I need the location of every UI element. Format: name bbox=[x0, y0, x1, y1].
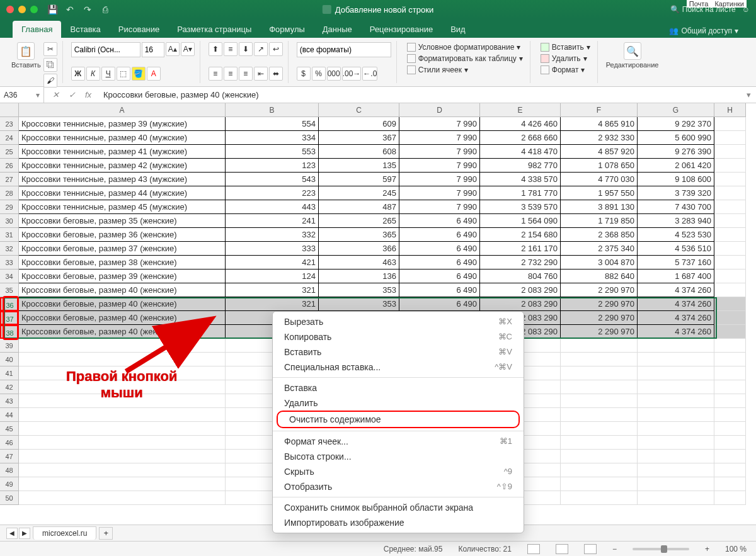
cancel-formula-icon[interactable]: ✕ bbox=[49, 90, 62, 99]
cell[interactable]: 9 108 600 bbox=[638, 173, 714, 186]
cell[interactable]: 6 490 bbox=[399, 283, 480, 297]
row-header[interactable]: 36 bbox=[0, 297, 19, 311]
cell[interactable]: Кроссовки теннисные, размер 41 (мужские) bbox=[19, 145, 226, 159]
cell[interactable] bbox=[561, 463, 638, 477]
share-button[interactable]: 👥 Общий доступ ▾ bbox=[664, 24, 743, 38]
ribbon-tab[interactable]: Данные bbox=[314, 21, 361, 38]
cell[interactable]: 6 490 bbox=[399, 214, 480, 228]
cell[interactable]: 1 719 850 bbox=[561, 214, 638, 228]
cell[interactable]: 443 bbox=[226, 200, 319, 214]
cell[interactable] bbox=[561, 408, 638, 422]
cell[interactable] bbox=[638, 380, 714, 394]
underline-button[interactable]: Ч bbox=[101, 67, 115, 81]
cell[interactable]: 135 bbox=[319, 159, 399, 173]
cell[interactable]: 3 539 570 bbox=[480, 200, 561, 214]
cell[interactable]: Кроссовки теннисные, размер 45 (мужские) bbox=[19, 200, 226, 214]
cell[interactable]: 123 bbox=[226, 159, 319, 173]
row-header[interactable]: 41 bbox=[0, 366, 19, 380]
cell[interactable]: 543 bbox=[226, 173, 319, 186]
cell[interactable]: 7 990 bbox=[399, 131, 480, 145]
ribbon-tab[interactable]: Главная bbox=[13, 21, 61, 38]
row-header[interactable]: 39 bbox=[0, 339, 19, 353]
row-header[interactable]: 30 bbox=[0, 214, 19, 228]
cell[interactable] bbox=[714, 394, 746, 408]
tab-nav-next-icon[interactable]: ▶ bbox=[19, 528, 30, 539]
insert-cells-button[interactable]: Вставить ▾ bbox=[539, 42, 592, 52]
cell[interactable]: 353 bbox=[319, 297, 399, 311]
cell[interactable] bbox=[561, 450, 638, 463]
zoom-in-icon[interactable]: + bbox=[705, 545, 709, 553]
row-header[interactable]: 49 bbox=[0, 477, 19, 491]
row-header[interactable]: 46 bbox=[0, 436, 19, 450]
cell[interactable] bbox=[714, 200, 746, 214]
wrap-text-icon[interactable]: ↩ bbox=[269, 42, 283, 56]
cell[interactable] bbox=[714, 463, 746, 477]
cell[interactable] bbox=[714, 186, 746, 200]
context-menu-item[interactable]: Очистить содержимое bbox=[277, 411, 520, 428]
row-header[interactable]: 24 bbox=[0, 131, 19, 145]
comma-icon[interactable]: 000 bbox=[327, 67, 341, 81]
cell[interactable]: 554 bbox=[226, 117, 319, 131]
cell[interactable]: 4 418 470 bbox=[480, 145, 561, 159]
cell[interactable]: 223 bbox=[226, 186, 319, 200]
row-header[interactable]: 28 bbox=[0, 186, 19, 200]
cell[interactable] bbox=[714, 477, 746, 491]
cell[interactable]: 4 338 570 bbox=[480, 173, 561, 186]
align-middle-icon[interactable]: ≡ bbox=[224, 42, 238, 56]
row-header[interactable]: 32 bbox=[0, 242, 19, 256]
cell[interactable]: 4 536 510 bbox=[638, 242, 714, 256]
row-header[interactable]: 44 bbox=[0, 408, 19, 422]
ribbon-tab[interactable]: Рисование bbox=[110, 21, 168, 38]
cell[interactable]: 3 891 130 bbox=[561, 200, 638, 214]
row-header[interactable]: 31 bbox=[0, 228, 19, 242]
cell[interactable]: 4 523 530 bbox=[638, 228, 714, 242]
copy-icon[interactable]: ⿻ bbox=[43, 58, 57, 72]
cell[interactable] bbox=[561, 380, 638, 394]
cell[interactable]: Кроссовки теннисные, размер 44 (мужские) bbox=[19, 186, 226, 200]
decrease-font-icon[interactable]: A▾ bbox=[181, 42, 195, 56]
maximize-window-icon[interactable] bbox=[30, 6, 38, 13]
cell[interactable]: 2 083 290 bbox=[480, 297, 561, 311]
cell[interactable] bbox=[638, 353, 714, 366]
context-menu-item[interactable]: Вставка bbox=[273, 380, 524, 395]
cell[interactable] bbox=[714, 380, 746, 394]
cell[interactable]: Кроссовки теннисные, размер 43 (мужские) bbox=[19, 173, 226, 186]
cell[interactable]: 4 374 260 bbox=[638, 325, 714, 339]
increase-font-icon[interactable]: A▴ bbox=[166, 42, 180, 56]
cell[interactable]: 124 bbox=[226, 269, 319, 283]
context-menu-item[interactable]: Высота строки... bbox=[273, 449, 524, 464]
cell[interactable] bbox=[714, 422, 746, 436]
cell[interactable] bbox=[638, 339, 714, 353]
column-header[interactable]: C bbox=[319, 103, 399, 117]
cell[interactable]: 2 290 970 bbox=[561, 297, 638, 311]
cell[interactable] bbox=[714, 242, 746, 256]
cell[interactable]: Кроссовки беговые, размер 35 (женские) bbox=[19, 214, 226, 228]
cell[interactable]: 6 490 bbox=[399, 297, 480, 311]
cell[interactable]: 6 490 bbox=[399, 256, 480, 269]
cell[interactable]: 136 bbox=[319, 269, 399, 283]
expand-formula-icon[interactable]: ▾ bbox=[742, 90, 756, 99]
cell[interactable]: 6 490 bbox=[399, 228, 480, 242]
column-header[interactable]: H bbox=[714, 103, 746, 117]
cell[interactable] bbox=[638, 477, 714, 491]
cell[interactable] bbox=[714, 159, 746, 173]
cell[interactable] bbox=[561, 394, 638, 408]
cell[interactable]: 4 770 030 bbox=[561, 173, 638, 186]
cell[interactable]: 4 374 260 bbox=[638, 297, 714, 311]
cell-styles-button[interactable]: Стили ячеек ▾ bbox=[405, 65, 525, 75]
cell[interactable]: Кроссовки теннисные, размер 42 (мужские) bbox=[19, 159, 226, 173]
number-format-combo[interactable] bbox=[297, 42, 391, 57]
cell[interactable]: 1 957 550 bbox=[561, 186, 638, 200]
cell[interactable]: 2 932 330 bbox=[561, 131, 638, 145]
cell[interactable]: 334 bbox=[226, 131, 319, 145]
cell[interactable] bbox=[19, 491, 226, 505]
cell[interactable]: 5 600 990 bbox=[638, 131, 714, 145]
cell[interactable]: 2 290 970 bbox=[561, 325, 638, 339]
name-box[interactable]: A36 ▾ bbox=[0, 87, 44, 103]
cell[interactable]: 241 bbox=[226, 214, 319, 228]
border-button[interactable]: ⬚ bbox=[117, 67, 130, 81]
cell[interactable] bbox=[19, 422, 226, 436]
cell[interactable]: 9 276 390 bbox=[638, 145, 714, 159]
conditional-formatting-button[interactable]: Условное форматирование ▾ bbox=[405, 42, 525, 52]
cell[interactable] bbox=[714, 117, 746, 131]
